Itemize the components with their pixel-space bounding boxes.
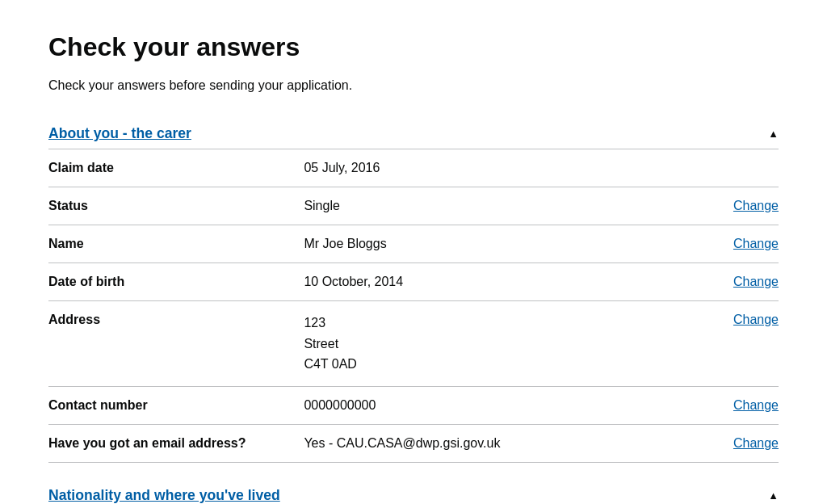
table-row: Contact number0000000000Change <box>48 386 779 424</box>
change-link-about-you-3[interactable]: Change <box>733 275 779 288</box>
section-about-you: About you - the carer▲Claim date05 July,… <box>48 125 779 463</box>
data-table-about-you: Claim date05 July, 2016StatusSingleChang… <box>48 149 779 463</box>
row-change-cell: Change <box>669 301 779 387</box>
change-link-about-you-1[interactable]: Change <box>733 199 779 212</box>
row-label: Have you got an email address? <box>48 424 304 462</box>
row-label: Claim date <box>48 149 304 187</box>
row-change-cell: Change <box>669 263 779 301</box>
row-label: Name <box>48 225 304 263</box>
section-title-nationality: Nationality and where you've lived <box>48 487 280 504</box>
table-row: Have you got an email address?Yes - CAU.… <box>48 424 779 462</box>
row-value: Yes - CAU.CASA@dwp.gsi.gov.uk <box>304 424 669 462</box>
page-intro: Check your answers before sending your a… <box>48 78 779 93</box>
change-link-about-you-6[interactable]: Change <box>733 436 779 450</box>
row-change-cell: Change <box>669 225 779 263</box>
change-link-about-you-5[interactable]: Change <box>733 398 779 412</box>
change-link-about-you-2[interactable]: Change <box>733 237 779 250</box>
section-nationality: Nationality and where you've lived▲Your … <box>48 487 779 504</box>
page-title: Check your answers <box>48 32 779 62</box>
change-link-about-you-4[interactable]: Change <box>733 313 779 326</box>
address-value: 123StreetC4T 0AD <box>304 313 669 375</box>
table-row: NameMr Joe BloggsChange <box>48 225 779 263</box>
section-title-about-you: About you - the carer <box>48 125 191 142</box>
row-change-cell <box>669 149 779 187</box>
row-change-cell: Change <box>669 187 779 225</box>
row-label: Date of birth <box>48 263 304 301</box>
row-value: 123StreetC4T 0AD <box>304 301 669 387</box>
row-value: 05 July, 2016 <box>304 149 669 187</box>
row-label: Status <box>48 187 304 225</box>
row-change-cell: Change <box>669 386 779 424</box>
chevron-up-icon: ▲ <box>768 489 779 502</box>
row-value: Single <box>304 187 669 225</box>
chevron-up-icon: ▲ <box>768 128 779 140</box>
table-row: Date of birth10 October, 2014Change <box>48 263 779 301</box>
section-header-about-you[interactable]: About you - the carer▲ <box>48 125 779 149</box>
row-label: Contact number <box>48 386 304 424</box>
table-row: StatusSingleChange <box>48 187 779 225</box>
row-change-cell: Change <box>669 424 779 462</box>
row-value: 10 October, 2014 <box>304 263 669 301</box>
row-value: Mr Joe Bloggs <box>304 225 669 263</box>
table-row: Claim date05 July, 2016 <box>48 149 779 187</box>
row-label: Address <box>48 301 304 387</box>
table-row: Address123StreetC4T 0ADChange <box>48 301 779 387</box>
section-header-nationality[interactable]: Nationality and where you've lived▲ <box>48 487 779 504</box>
row-value: 0000000000 <box>304 386 669 424</box>
